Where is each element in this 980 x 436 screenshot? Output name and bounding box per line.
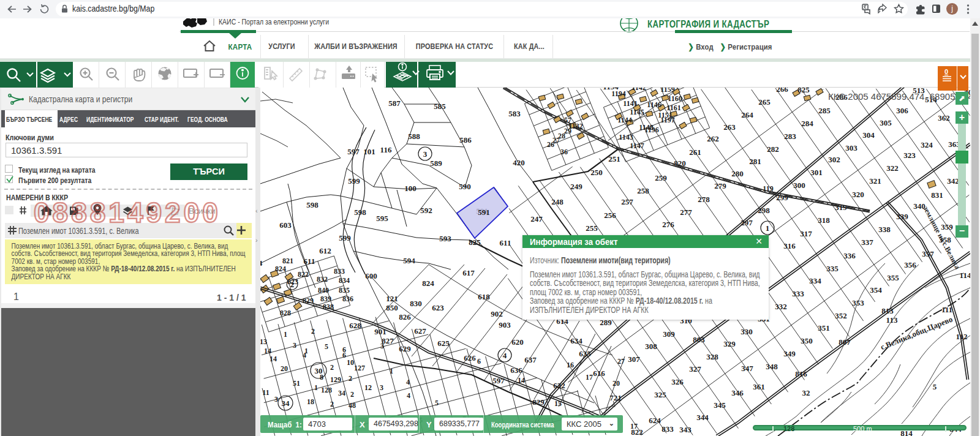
svg-text:1: 1 [314,383,318,392]
svg-text:1145: 1145 [630,108,644,116]
svg-text:279: 279 [714,181,726,190]
svg-text:336: 336 [843,251,856,260]
svg-text:624: 624 [649,416,661,425]
svg-text:281: 281 [749,157,761,166]
svg-text:822: 822 [298,270,309,279]
svg-text:833: 833 [334,267,345,276]
svg-text:299: 299 [776,193,788,202]
svg-text:ККС 2005 4675599.474, 689052.4: ККС 2005 4675599.474, 689052.441 [828,91,970,102]
svg-text:1: 1 [284,330,287,339]
svg-text:333: 333 [792,289,804,298]
svg-text:635: 635 [579,349,591,358]
svg-text:1160: 1160 [668,94,682,103]
svg-text:2: 2 [290,280,295,289]
svg-text:0: 0 [944,68,948,75]
svg-text:634: 634 [570,336,582,345]
svg-text:627: 627 [414,326,426,336]
svg-text:824: 824 [275,265,286,273]
svg-text:344: 344 [696,413,709,422]
svg-text:820: 820 [674,159,686,168]
svg-text:321: 321 [869,176,881,186]
svg-text:850: 850 [386,303,398,312]
svg-text:622: 622 [553,381,565,390]
svg-text:264: 264 [741,110,753,119]
svg-text:20: 20 [281,364,288,373]
svg-text:316: 316 [783,241,796,250]
svg-text:5: 5 [933,382,937,391]
svg-text:356: 356 [904,260,916,269]
svg-text:128: 128 [321,386,332,394]
svg-text:5: 5 [435,399,439,407]
svg-text:280: 280 [731,169,744,178]
svg-text:352: 352 [835,311,847,320]
svg-text:27: 27 [617,357,625,366]
svg-text:34: 34 [338,389,345,397]
svg-text:326: 326 [671,377,684,386]
svg-text:320: 320 [852,190,864,199]
svg-text:251: 251 [608,154,620,164]
svg-text:121: 121 [386,294,398,303]
svg-text:834: 834 [339,276,350,285]
svg-text:100: 100 [404,184,417,193]
svg-text:816: 816 [795,369,807,378]
svg-text:57: 57 [564,116,571,124]
svg-text:597: 597 [347,147,360,156]
svg-text:10: 10 [347,358,354,367]
svg-text:343: 343 [679,425,692,434]
svg-text:127: 127 [354,364,365,372]
svg-text:348: 348 [766,362,778,371]
svg-text:351: 351 [818,323,830,333]
svg-text:302: 302 [828,155,840,164]
svg-text:4: 4 [260,258,263,268]
svg-text:836: 836 [342,295,353,303]
svg-text:1194: 1194 [603,88,619,91]
svg-text:16: 16 [567,361,574,369]
svg-text:3: 3 [293,341,296,350]
svg-text:334: 334 [809,276,821,285]
svg-text:600: 600 [365,271,377,280]
svg-text:255: 255 [586,224,598,233]
svg-text:361: 361 [753,382,765,391]
svg-text:359: 359 [941,222,953,231]
svg-text:585: 585 [434,102,446,111]
svg-text:250: 250 [590,168,603,177]
svg-text:357: 357 [922,249,934,258]
svg-text:2: 2 [349,374,352,383]
svg-text:595: 595 [376,214,388,223]
svg-text:259: 259 [655,173,667,182]
svg-text:346: 346 [731,388,744,397]
svg-text:300: 300 [793,181,805,190]
svg-text:598: 598 [306,200,318,209]
svg-text:349: 349 [783,349,796,358]
svg-text:14: 14 [264,347,271,355]
svg-text:324: 324 [921,140,933,149]
svg-text:256: 256 [604,211,616,220]
svg-text:813: 813 [881,306,894,315]
svg-text:353: 353 [852,298,864,307]
svg-text:1196: 1196 [644,126,658,134]
svg-text:597: 597 [492,376,505,385]
svg-text:598: 598 [354,208,366,217]
svg-text:629: 629 [399,344,411,353]
svg-text:308: 308 [645,342,657,351]
svg-text:591: 591 [478,208,490,217]
svg-text:830: 830 [410,299,422,308]
svg-text:350: 350 [801,336,813,345]
svg-text:КАИС - Портал за електронни ус: КАИС - Портал за електронни услуги [219,18,329,26]
svg-text:342: 342 [947,176,959,186]
svg-text:327: 327 [689,364,701,374]
svg-text:265: 265 [758,97,771,107]
svg-text:114: 114 [960,271,970,280]
svg-text:129: 129 [330,375,341,384]
svg-text:637: 637 [524,355,537,364]
svg-text:807: 807 [839,337,851,347]
svg-text:298: 298 [758,206,770,215]
svg-text:1: 1 [304,347,308,355]
svg-text:1143: 1143 [619,133,633,141]
svg-text:825: 825 [797,88,810,94]
svg-text:618: 618 [478,292,490,301]
svg-text:636: 636 [510,366,522,375]
svg-text:821: 821 [282,257,293,265]
svg-text:362: 362 [938,113,950,122]
svg-text:612: 612 [319,246,331,255]
